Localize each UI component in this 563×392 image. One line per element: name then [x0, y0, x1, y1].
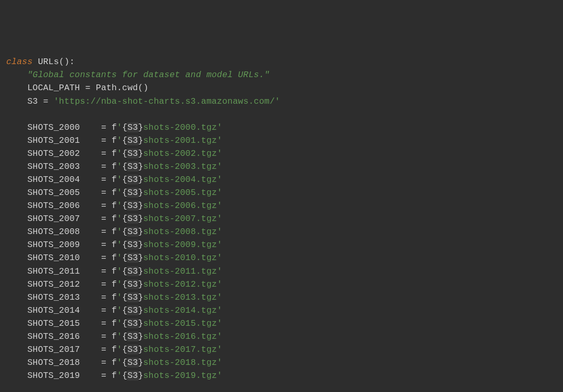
var-shots: SHOTS_2011 [27, 266, 80, 276]
equals: = [101, 201, 106, 211]
code-line-shots-8: SHOTS_2008 = f'{S3}shots-2008.tgz' [0, 225, 563, 238]
equals: = [101, 227, 106, 237]
open-paren: ( [59, 57, 64, 67]
brace-close: } [138, 175, 143, 185]
var-shots: SHOTS_2015 [27, 318, 80, 328]
f-prefix: f [112, 162, 117, 172]
brace-open: { [122, 175, 127, 185]
string-quote: ' [117, 136, 122, 145]
code-line-shots-9: SHOTS_2009 = f'{S3}shots-2009.tgz' [0, 238, 563, 251]
interp-var-s3: S3 [127, 266, 138, 276]
brace-close: } [138, 227, 143, 237]
shots-block: SHOTS_2000 = f'{S3}shots-2000.tgz' SHOTS… [0, 121, 563, 383]
f-prefix: f [112, 214, 117, 224]
docstring: "Global constants for dataset and model … [27, 70, 270, 80]
f-prefix: f [112, 240, 117, 250]
interp-var-s3: S3 [127, 318, 138, 328]
string-tail: shots-2001.tgz [143, 136, 217, 145]
var-shots: SHOTS_2019 [27, 371, 80, 381]
f-prefix: f [112, 305, 117, 315]
string-tail: shots-2019.tgz [143, 371, 217, 381]
string-quote: ' [217, 345, 222, 354]
interp-var-s3: S3 [127, 136, 138, 145]
string-tail: shots-2002.tgz [143, 149, 217, 158]
f-prefix: f [112, 292, 117, 302]
string-tail: shots-2006.tgz [143, 201, 217, 211]
brace-close: } [138, 123, 143, 132]
string-tail: shots-2011.tgz [143, 266, 217, 276]
f-prefix: f [112, 136, 117, 145]
string-tail: shots-2007.tgz [143, 214, 217, 224]
code-line-shots-3: SHOTS_2003 = f'{S3}shots-2003.tgz' [0, 160, 563, 173]
equals: = [101, 332, 106, 341]
brace-open: { [122, 305, 127, 315]
brace-close: } [138, 318, 143, 328]
code-line-shots-5: SHOTS_2005 = f'{S3}shots-2005.tgz' [0, 186, 563, 199]
interp-var-s3: S3 [127, 240, 138, 250]
string-tail: shots-2013.tgz [143, 292, 217, 302]
string-tail: shots-2017.tgz [143, 345, 217, 354]
colon: : [69, 57, 75, 67]
string-quote: ' [217, 253, 222, 263]
string-quote: ' [217, 188, 222, 198]
path-cwd-call: Path.cwd() [96, 83, 149, 93]
string-quote: ' [217, 175, 222, 185]
interp-var-s3: S3 [127, 162, 138, 172]
string-quote: ' [117, 240, 122, 250]
var-shots: SHOTS_2003 [27, 162, 80, 172]
string-tail: shots-2012.tgz [143, 279, 217, 289]
code-line-class-def: class URLs(): [0, 55, 563, 68]
equals: = [101, 188, 106, 198]
code-line-shots-14: SHOTS_2014 = f'{S3}shots-2014.tgz' [0, 304, 563, 317]
interp-var-s3: S3 [127, 201, 138, 211]
brace-open: { [122, 345, 127, 354]
string-quote: ' [217, 227, 222, 237]
code-line-shots-12: SHOTS_2012 = f'{S3}shots-2012.tgz' [0, 278, 563, 291]
brace-close: } [138, 358, 143, 368]
string-quote: ' [117, 371, 122, 381]
string-quote: ' [117, 201, 122, 211]
brace-open: { [122, 188, 127, 198]
f-prefix: f [112, 279, 117, 289]
string-quote: ' [117, 332, 122, 341]
equals: = [101, 318, 106, 328]
interp-var-s3: S3 [127, 292, 138, 302]
string-tail: shots-2000.tgz [143, 123, 217, 132]
string-quote: ' [217, 201, 222, 211]
brace-close: } [138, 332, 143, 341]
brace-close: } [138, 292, 143, 302]
string-tail: shots-2015.tgz [143, 318, 217, 328]
string-quote: ' [117, 305, 122, 315]
var-shots: SHOTS_2002 [27, 149, 80, 158]
code-line-shots-19: SHOTS_2019 = f'{S3}shots-2019.tgz' [0, 369, 563, 382]
code-line-blank [0, 108, 563, 121]
var-shots: SHOTS_2004 [27, 175, 80, 185]
brace-close: } [138, 266, 143, 276]
string-quote: ' [117, 266, 122, 276]
var-shots: SHOTS_2017 [27, 345, 80, 354]
string-tail: shots-2010.tgz [143, 253, 217, 263]
string-quote: ' [117, 318, 122, 328]
string-quote: ' [217, 214, 222, 224]
interp-var-s3: S3 [127, 305, 138, 315]
f-prefix: f [112, 188, 117, 198]
string-quote: ' [117, 358, 122, 368]
brace-close: } [138, 214, 143, 224]
string-quote: ' [117, 214, 122, 224]
string-quote: ' [117, 123, 122, 132]
code-line-shots-11: SHOTS_2011 = f'{S3}shots-2011.tgz' [0, 265, 563, 278]
var-shots: SHOTS_2018 [27, 358, 80, 368]
code-line-shots-0: SHOTS_2000 = f'{S3}shots-2000.tgz' [0, 121, 563, 134]
string-quote: ' [117, 253, 122, 263]
brace-close: } [138, 188, 143, 198]
brace-open: { [122, 201, 127, 211]
brace-open: { [122, 279, 127, 289]
string-tail: shots-2018.tgz [143, 358, 217, 368]
brace-close: } [138, 345, 143, 354]
equals: = [101, 162, 106, 172]
string-quote: ' [217, 136, 222, 145]
f-prefix: f [112, 266, 117, 276]
f-prefix: f [112, 253, 117, 263]
var-shots: SHOTS_2014 [27, 305, 80, 315]
equals: = [101, 279, 106, 289]
